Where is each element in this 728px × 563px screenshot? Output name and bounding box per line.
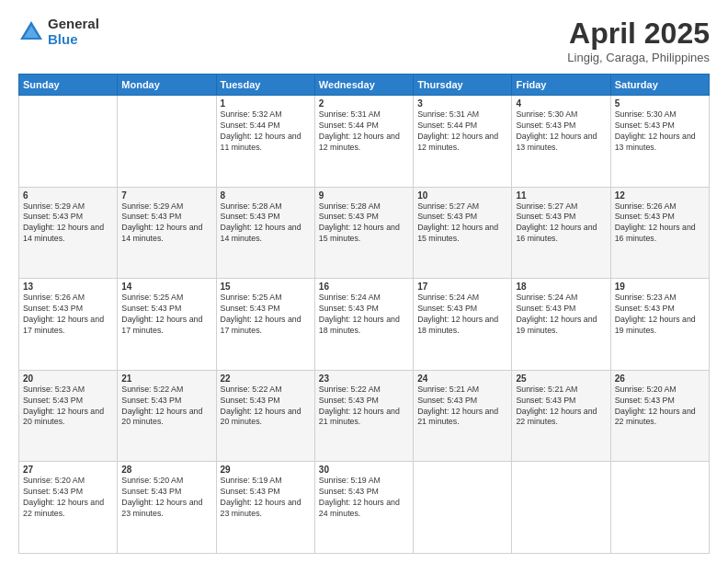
- cell-date-number: 28: [121, 465, 211, 475]
- calendar-cell: [512, 462, 610, 554]
- cell-info-text: Sunrise: 5:29 AM Sunset: 5:43 PM Dayligh…: [23, 201, 113, 246]
- cell-info-text: Sunrise: 5:19 AM Sunset: 5:43 PM Dayligh…: [319, 476, 409, 520]
- header-thursday: Thursday: [414, 75, 512, 96]
- calendar-cell: 28Sunrise: 5:20 AM Sunset: 5:43 PM Dayli…: [118, 462, 216, 554]
- cell-date-number: 11: [516, 190, 606, 201]
- calendar-week-4: 20Sunrise: 5:23 AM Sunset: 5:43 PM Dayli…: [19, 370, 710, 462]
- calendar-week-5: 27Sunrise: 5:20 AM Sunset: 5:43 PM Dayli…: [19, 462, 710, 554]
- cell-date-number: 12: [615, 190, 705, 201]
- cell-info-text: Sunrise: 5:24 AM Sunset: 5:43 PM Dayligh…: [516, 293, 606, 337]
- calendar-cell: 23Sunrise: 5:22 AM Sunset: 5:43 PM Dayli…: [314, 370, 413, 462]
- calendar-cell: 1Sunrise: 5:32 AM Sunset: 5:44 PM Daylig…: [216, 96, 314, 188]
- subtitle: Lingig, Caraga, Philippines: [567, 51, 710, 64]
- header-tuesday: Tuesday: [216, 75, 314, 96]
- calendar-cell: 10Sunrise: 5:27 AM Sunset: 5:43 PM Dayli…: [414, 187, 512, 279]
- calendar-cell: 6Sunrise: 5:29 AM Sunset: 5:43 PM Daylig…: [19, 187, 118, 279]
- cell-info-text: Sunrise: 5:24 AM Sunset: 5:43 PM Dayligh…: [417, 293, 507, 337]
- calendar-cell: 8Sunrise: 5:28 AM Sunset: 5:43 PM Daylig…: [216, 187, 314, 279]
- cell-date-number: 16: [319, 282, 409, 292]
- logo: General Blue: [18, 17, 99, 47]
- cell-date-number: 20: [23, 373, 113, 384]
- cell-date-number: 25: [516, 373, 606, 384]
- header-sunday: Sunday: [19, 75, 118, 96]
- header-monday: Monday: [118, 75, 216, 96]
- cell-info-text: Sunrise: 5:29 AM Sunset: 5:43 PM Dayligh…: [121, 201, 211, 246]
- cell-date-number: 24: [417, 373, 507, 384]
- calendar-cell: 19Sunrise: 5:23 AM Sunset: 5:43 PM Dayli…: [610, 279, 709, 371]
- calendar-cell: 29Sunrise: 5:19 AM Sunset: 5:43 PM Dayli…: [216, 462, 314, 554]
- calendar-cell: 7Sunrise: 5:29 AM Sunset: 5:43 PM Daylig…: [118, 187, 216, 279]
- logo-general-text: General: [48, 17, 99, 32]
- cell-date-number: 19: [615, 282, 705, 292]
- calendar-cell: 3Sunrise: 5:31 AM Sunset: 5:44 PM Daylig…: [414, 96, 512, 188]
- page: General Blue April 2025 Lingig, Caraga, …: [0, 0, 728, 563]
- cell-date-number: 21: [121, 373, 211, 384]
- main-title: April 2025: [567, 17, 710, 51]
- title-block: April 2025 Lingig, Caraga, Philippines: [567, 17, 710, 64]
- cell-info-text: Sunrise: 5:22 AM Sunset: 5:43 PM Dayligh…: [319, 385, 409, 429]
- cell-date-number: 7: [121, 190, 211, 201]
- calendar-cell: 27Sunrise: 5:20 AM Sunset: 5:43 PM Dayli…: [19, 462, 118, 554]
- cell-info-text: Sunrise: 5:23 AM Sunset: 5:43 PM Dayligh…: [615, 293, 705, 337]
- calendar-cell: 14Sunrise: 5:25 AM Sunset: 5:43 PM Dayli…: [118, 279, 216, 371]
- calendar-cell: 13Sunrise: 5:26 AM Sunset: 5:43 PM Dayli…: [19, 279, 118, 371]
- cell-info-text: Sunrise: 5:30 AM Sunset: 5:43 PM Dayligh…: [516, 109, 606, 154]
- cell-info-text: Sunrise: 5:32 AM Sunset: 5:44 PM Dayligh…: [221, 109, 311, 154]
- cell-info-text: Sunrise: 5:21 AM Sunset: 5:43 PM Dayligh…: [417, 385, 507, 429]
- calendar-week-3: 13Sunrise: 5:26 AM Sunset: 5:43 PM Dayli…: [19, 279, 710, 371]
- calendar-cell: 15Sunrise: 5:25 AM Sunset: 5:43 PM Dayli…: [216, 279, 314, 371]
- calendar-cell: 20Sunrise: 5:23 AM Sunset: 5:43 PM Dayli…: [19, 370, 118, 462]
- cell-info-text: Sunrise: 5:31 AM Sunset: 5:44 PM Dayligh…: [319, 109, 409, 154]
- cell-date-number: 3: [417, 98, 507, 109]
- cell-info-text: Sunrise: 5:22 AM Sunset: 5:43 PM Dayligh…: [221, 385, 311, 429]
- cell-date-number: 18: [516, 282, 606, 292]
- cell-date-number: 6: [23, 190, 113, 201]
- cell-info-text: Sunrise: 5:20 AM Sunset: 5:43 PM Dayligh…: [121, 476, 211, 520]
- cell-info-text: Sunrise: 5:21 AM Sunset: 5:43 PM Dayligh…: [516, 385, 606, 429]
- calendar-cell: 25Sunrise: 5:21 AM Sunset: 5:43 PM Dayli…: [512, 370, 610, 462]
- day-headers-row: Sunday Monday Tuesday Wednesday Thursday…: [19, 75, 710, 96]
- header: General Blue April 2025 Lingig, Caraga, …: [18, 17, 710, 64]
- header-wednesday: Wednesday: [314, 75, 413, 96]
- cell-date-number: 5: [615, 98, 705, 109]
- cell-info-text: Sunrise: 5:26 AM Sunset: 5:43 PM Dayligh…: [615, 201, 705, 246]
- cell-date-number: 26: [615, 373, 705, 384]
- calendar-cell: 21Sunrise: 5:22 AM Sunset: 5:43 PM Dayli…: [118, 370, 216, 462]
- cell-info-text: Sunrise: 5:22 AM Sunset: 5:43 PM Dayligh…: [121, 385, 211, 429]
- calendar-cell: 4Sunrise: 5:30 AM Sunset: 5:43 PM Daylig…: [512, 96, 610, 188]
- calendar-cell: 17Sunrise: 5:24 AM Sunset: 5:43 PM Dayli…: [414, 279, 512, 371]
- cell-info-text: Sunrise: 5:25 AM Sunset: 5:43 PM Dayligh…: [221, 293, 311, 337]
- cell-info-text: Sunrise: 5:20 AM Sunset: 5:43 PM Dayligh…: [23, 476, 113, 520]
- calendar-cell: 24Sunrise: 5:21 AM Sunset: 5:43 PM Dayli…: [414, 370, 512, 462]
- cell-info-text: Sunrise: 5:31 AM Sunset: 5:44 PM Dayligh…: [417, 109, 507, 154]
- calendar-cell: 5Sunrise: 5:30 AM Sunset: 5:43 PM Daylig…: [610, 96, 709, 188]
- cell-info-text: Sunrise: 5:30 AM Sunset: 5:43 PM Dayligh…: [615, 109, 705, 154]
- cell-date-number: 10: [417, 190, 507, 201]
- logo-blue-text: Blue: [48, 32, 99, 48]
- cell-date-number: 27: [23, 465, 113, 475]
- cell-date-number: 29: [221, 465, 311, 475]
- cell-info-text: Sunrise: 5:19 AM Sunset: 5:43 PM Dayligh…: [221, 476, 311, 520]
- cell-info-text: Sunrise: 5:27 AM Sunset: 5:43 PM Dayligh…: [516, 201, 606, 246]
- calendar-cell: [414, 462, 512, 554]
- calendar-cell: 12Sunrise: 5:26 AM Sunset: 5:43 PM Dayli…: [610, 187, 709, 279]
- calendar-cell: [610, 462, 709, 554]
- cell-date-number: 15: [221, 282, 311, 292]
- cell-info-text: Sunrise: 5:28 AM Sunset: 5:43 PM Dayligh…: [221, 201, 311, 246]
- cell-date-number: 8: [221, 190, 311, 201]
- cell-date-number: 22: [221, 373, 311, 384]
- cell-date-number: 17: [417, 282, 507, 292]
- cell-info-text: Sunrise: 5:20 AM Sunset: 5:43 PM Dayligh…: [615, 385, 705, 429]
- calendar-header: Sunday Monday Tuesday Wednesday Thursday…: [19, 75, 710, 96]
- cell-date-number: 30: [319, 465, 409, 475]
- cell-info-text: Sunrise: 5:27 AM Sunset: 5:43 PM Dayligh…: [417, 201, 507, 246]
- calendar-body: 1Sunrise: 5:32 AM Sunset: 5:44 PM Daylig…: [19, 96, 710, 554]
- calendar-week-1: 1Sunrise: 5:32 AM Sunset: 5:44 PM Daylig…: [19, 96, 710, 188]
- logo-icon: [18, 19, 44, 45]
- cell-date-number: 9: [319, 190, 409, 201]
- cell-date-number: 13: [23, 282, 113, 292]
- cell-date-number: 2: [319, 98, 409, 109]
- calendar-cell: 26Sunrise: 5:20 AM Sunset: 5:43 PM Dayli…: [610, 370, 709, 462]
- cell-date-number: 4: [516, 98, 606, 109]
- header-saturday: Saturday: [610, 75, 709, 96]
